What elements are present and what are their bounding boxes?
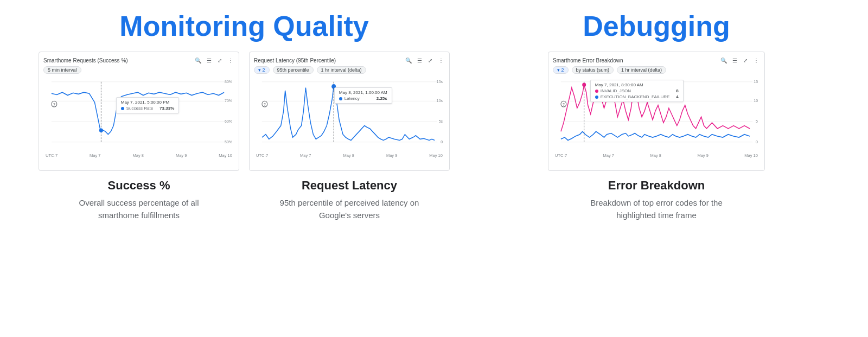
monitoring-charts-row: Smarthome Requests (Success %) 🔍 ☰ ⤢ ⋮ 5… bbox=[22, 52, 467, 171]
svg-text:15: 15 bbox=[754, 79, 758, 84]
error-tag-interval[interactable]: 1 hr interval (delta) bbox=[617, 66, 666, 74]
x-label-may9-2: May 9 bbox=[386, 153, 397, 158]
x-label-may10-2: May 10 bbox=[429, 153, 443, 158]
error-metric-title: Error Breakdown bbox=[580, 179, 732, 193]
latency-tag-interval[interactable]: 1 hr interval (delta) bbox=[317, 66, 366, 74]
svg-text:15s: 15s bbox=[437, 79, 443, 84]
error-chart-area: 15 10 5 0 bbox=[553, 76, 760, 152]
latency-metric-block: Request Latency 95th percentile of perce… bbox=[249, 179, 450, 221]
success-tooltip-value: 73.33% bbox=[155, 106, 174, 111]
success-metric-block: Success % Overall success percentage of … bbox=[39, 179, 239, 221]
latency-metric-desc: 95th percentile of perceived latency on … bbox=[273, 197, 425, 221]
svg-text:10s: 10s bbox=[437, 98, 443, 103]
svg-text:60%: 60% bbox=[225, 119, 232, 124]
error-tag-status[interactable]: by status (sum) bbox=[572, 66, 614, 74]
latency-tooltip-dot bbox=[339, 97, 342, 100]
latency-metric-title: Request Latency bbox=[254, 179, 444, 193]
monitoring-section: Monitoring Quality Smarthome Requests (S… bbox=[22, 11, 467, 326]
error-tooltip-label-1: INVALID_JSON bbox=[601, 88, 631, 93]
error-tooltip-row-2: EXECUTION_BACKEND_FAILURE 4 bbox=[595, 94, 679, 99]
svg-text:5: 5 bbox=[756, 119, 758, 124]
error-chart-card: Smarthome Error Breakdown 🔍 ☰ ⤢ ⋮ ▾ 2 by… bbox=[548, 52, 765, 171]
svg-text:0: 0 bbox=[756, 139, 758, 144]
search-icon-2[interactable]: 🔍 bbox=[405, 56, 412, 64]
more-icon[interactable]: ⋮ bbox=[227, 56, 234, 64]
error-tooltip-value-2: 4 bbox=[672, 94, 678, 99]
success-chart-tags: 5 min interval bbox=[43, 66, 234, 74]
latency-chart-header: Request Latency (95th Percentile) 🔍 ☰ ⤢ … bbox=[254, 56, 445, 64]
svg-text:0: 0 bbox=[441, 139, 443, 144]
expand-icon-3[interactable]: ⤢ bbox=[742, 56, 749, 64]
expand-icon[interactable]: ⤢ bbox=[216, 56, 224, 64]
latency-tooltip-date: May 8, 2021, 1:00:00 AM bbox=[339, 90, 387, 95]
error-tooltip-dot-2 bbox=[595, 96, 598, 99]
x-label-may7-2: May 7 bbox=[300, 153, 311, 158]
success-metric-desc: Overall success percentage of all smarth… bbox=[63, 197, 215, 221]
error-chart-tags: ▾ 2 by status (sum) 1 hr interval (delta… bbox=[553, 66, 760, 74]
latency-chart-area: 15s 10s 5s 0 bbox=[254, 76, 445, 152]
svg-text:?: ? bbox=[53, 102, 55, 107]
latency-chart-icons: 🔍 ☰ ⤢ ⋮ bbox=[405, 56, 445, 64]
error-tooltip: May 7, 2021, 8:30:00 AM INVALID_JSON 8 E… bbox=[590, 80, 684, 102]
error-tooltip-value-1: 8 bbox=[672, 88, 678, 93]
more-icon-2[interactable]: ⋮ bbox=[437, 56, 445, 64]
success-chart-icons: 🔍 ☰ ⤢ ⋮ bbox=[194, 56, 234, 64]
legend-icon[interactable]: ☰ bbox=[205, 56, 213, 64]
latency-tooltip-value: 2.25s bbox=[372, 96, 387, 101]
latency-tooltip: May 8, 2021, 1:00:00 AM Latency 2.25s bbox=[334, 87, 392, 104]
expand-icon-2[interactable]: ⤢ bbox=[426, 56, 434, 64]
svg-text:10: 10 bbox=[754, 98, 758, 103]
latency-x-labels: UTC-7 May 7 May 8 May 9 May 10 bbox=[254, 153, 445, 158]
x-label-may7-3: May 7 bbox=[603, 153, 614, 158]
legend-icon-2[interactable]: ☰ bbox=[416, 56, 423, 64]
svg-point-9 bbox=[99, 129, 103, 133]
latency-tooltip-label: Latency bbox=[344, 96, 360, 101]
error-x-labels: UTC-7 May 7 May 8 May 9 May 10 bbox=[553, 153, 760, 158]
latency-tag-percentile[interactable]: 95th percentile bbox=[273, 66, 314, 74]
x-label-may7: May 7 bbox=[90, 153, 100, 158]
error-tooltip-row-1: INVALID_JSON 8 bbox=[595, 88, 679, 93]
svg-text:5s: 5s bbox=[439, 119, 443, 124]
x-label-may8-3: May 8 bbox=[650, 153, 661, 158]
x-label-utc: UTC-7 bbox=[46, 153, 58, 158]
search-icon-3[interactable]: 🔍 bbox=[720, 56, 727, 64]
svg-text:70%: 70% bbox=[225, 98, 232, 103]
error-tooltip-dot-1 bbox=[595, 90, 598, 93]
success-tooltip-dot bbox=[121, 107, 124, 110]
success-tooltip-date: May 7, 2021, 5:00:00 PM bbox=[121, 100, 175, 105]
latency-tooltip-row: Latency 2.25s bbox=[339, 96, 387, 101]
x-label-may8-2: May 8 bbox=[343, 153, 354, 158]
success-chart-area: 80% 70% 60% 50% bbox=[43, 76, 234, 152]
x-label-may10-3: May 10 bbox=[744, 153, 758, 158]
error-chart-header: Smarthome Error Breakdown 🔍 ☰ ⤢ ⋮ bbox=[553, 56, 760, 64]
latency-chart-title: Request Latency (95th Percentile) bbox=[254, 58, 336, 63]
error-chart-icons: 🔍 ☰ ⤢ ⋮ bbox=[720, 56, 760, 64]
error-metric-desc: Breakdown of top error codes for the hig… bbox=[580, 197, 732, 221]
svg-text:80%: 80% bbox=[225, 79, 232, 84]
legend-icon-3[interactable]: ☰ bbox=[731, 56, 738, 64]
more-icon-3[interactable]: ⋮ bbox=[752, 56, 760, 64]
x-label-may9-3: May 9 bbox=[697, 153, 708, 158]
error-metric-block: Error Breakdown Breakdown of top error c… bbox=[570, 179, 743, 221]
success-tooltip-row: Success Rate 73.33% bbox=[121, 106, 175, 111]
x-label-utc-3: UTC-7 bbox=[555, 153, 567, 158]
success-chart-card: Smarthome Requests (Success %) 🔍 ☰ ⤢ ⋮ 5… bbox=[39, 52, 239, 171]
latency-chart-tags: ▾ 2 95th percentile 1 hr interval (delta… bbox=[254, 66, 445, 74]
success-chart-title: Smarthome Requests (Success %) bbox=[43, 58, 128, 63]
svg-text:?: ? bbox=[563, 102, 565, 107]
error-tooltip-label-2: EXECUTION_BACKEND_FAILURE bbox=[601, 94, 670, 99]
error-filter-tag[interactable]: ▾ 2 bbox=[553, 66, 569, 74]
debugging-section: Debugging Smarthome Error Breakdown 🔍 ☰ … bbox=[467, 11, 846, 326]
success-chart-svg: 80% 70% 60% 50% bbox=[43, 76, 234, 152]
latency-chart-card: Request Latency (95th Percentile) 🔍 ☰ ⤢ … bbox=[249, 52, 450, 171]
svg-text:?: ? bbox=[264, 102, 266, 107]
success-tag-interval[interactable]: 5 min interval bbox=[43, 66, 81, 74]
latency-filter-tag[interactable]: ▾ 2 bbox=[254, 66, 270, 74]
x-label-may8: May 8 bbox=[133, 153, 144, 158]
debugging-title: Debugging bbox=[583, 11, 730, 42]
success-x-labels: UTC-7 May 7 May 8 May 9 May 10 bbox=[43, 153, 234, 158]
monitoring-metrics-row: Success % Overall success percentage of … bbox=[22, 179, 467, 221]
success-tooltip: May 7, 2021, 5:00:00 PM Success Rate 73.… bbox=[116, 97, 180, 113]
search-icon[interactable]: 🔍 bbox=[194, 56, 202, 64]
svg-text:50%: 50% bbox=[225, 139, 232, 144]
